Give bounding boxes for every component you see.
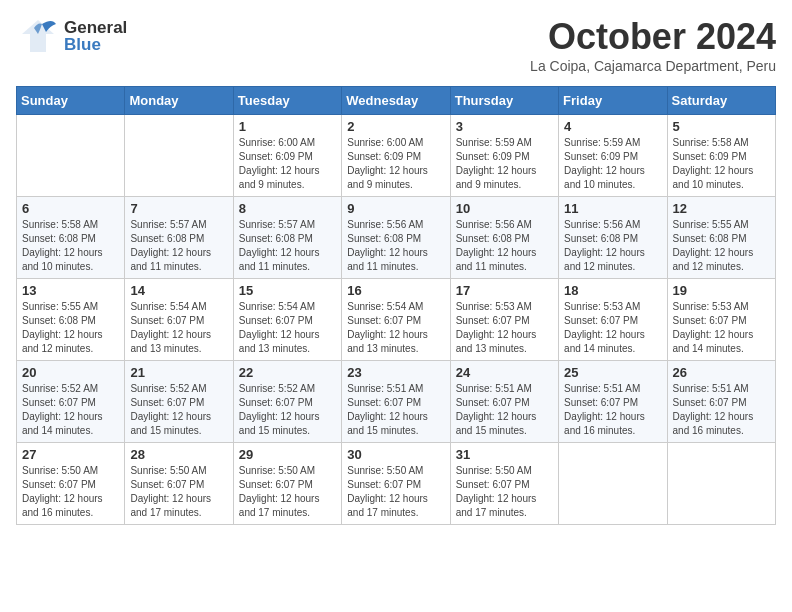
calendar-week-row: 20Sunrise: 5:52 AM Sunset: 6:07 PM Dayli…: [17, 361, 776, 443]
day-number: 27: [22, 447, 119, 462]
day-number: 8: [239, 201, 336, 216]
day-info: Sunrise: 5:58 AM Sunset: 6:09 PM Dayligh…: [673, 136, 770, 192]
table-row: 9Sunrise: 5:56 AM Sunset: 6:08 PM Daylig…: [342, 197, 450, 279]
table-row: 23Sunrise: 5:51 AM Sunset: 6:07 PM Dayli…: [342, 361, 450, 443]
day-number: 17: [456, 283, 553, 298]
calendar-week-row: 27Sunrise: 5:50 AM Sunset: 6:07 PM Dayli…: [17, 443, 776, 525]
day-number: 29: [239, 447, 336, 462]
table-row: 31Sunrise: 5:50 AM Sunset: 6:07 PM Dayli…: [450, 443, 558, 525]
table-row: [559, 443, 667, 525]
page-container: General Blue October 2024 La Coipa, Caja…: [0, 0, 792, 533]
day-number: 16: [347, 283, 444, 298]
day-number: 15: [239, 283, 336, 298]
day-info: Sunrise: 5:53 AM Sunset: 6:07 PM Dayligh…: [673, 300, 770, 356]
day-number: 2: [347, 119, 444, 134]
day-info: Sunrise: 5:54 AM Sunset: 6:07 PM Dayligh…: [347, 300, 444, 356]
logo-general-text: General: [64, 19, 127, 36]
day-number: 19: [673, 283, 770, 298]
day-number: 26: [673, 365, 770, 380]
logo-bird-icon: [16, 16, 60, 56]
calendar-week-row: 6Sunrise: 5:58 AM Sunset: 6:08 PM Daylig…: [17, 197, 776, 279]
table-row: 18Sunrise: 5:53 AM Sunset: 6:07 PM Dayli…: [559, 279, 667, 361]
month-title: October 2024: [530, 16, 776, 58]
col-saturday: Saturday: [667, 87, 775, 115]
day-info: Sunrise: 5:52 AM Sunset: 6:07 PM Dayligh…: [239, 382, 336, 438]
table-row: 26Sunrise: 5:51 AM Sunset: 6:07 PM Dayli…: [667, 361, 775, 443]
day-number: 9: [347, 201, 444, 216]
day-info: Sunrise: 5:58 AM Sunset: 6:08 PM Dayligh…: [22, 218, 119, 274]
day-number: 5: [673, 119, 770, 134]
day-number: 1: [239, 119, 336, 134]
day-info: Sunrise: 5:53 AM Sunset: 6:07 PM Dayligh…: [564, 300, 661, 356]
logo-blue-text: Blue: [64, 36, 127, 53]
day-number: 20: [22, 365, 119, 380]
day-info: Sunrise: 5:59 AM Sunset: 6:09 PM Dayligh…: [456, 136, 553, 192]
table-row: 30Sunrise: 5:50 AM Sunset: 6:07 PM Dayli…: [342, 443, 450, 525]
day-info: Sunrise: 5:56 AM Sunset: 6:08 PM Dayligh…: [564, 218, 661, 274]
table-row: 24Sunrise: 5:51 AM Sunset: 6:07 PM Dayli…: [450, 361, 558, 443]
table-row: 10Sunrise: 5:56 AM Sunset: 6:08 PM Dayli…: [450, 197, 558, 279]
table-row: 29Sunrise: 5:50 AM Sunset: 6:07 PM Dayli…: [233, 443, 341, 525]
day-number: 30: [347, 447, 444, 462]
table-row: [125, 115, 233, 197]
day-number: 25: [564, 365, 661, 380]
calendar-body: 1Sunrise: 6:00 AM Sunset: 6:09 PM Daylig…: [17, 115, 776, 525]
table-row: 25Sunrise: 5:51 AM Sunset: 6:07 PM Dayli…: [559, 361, 667, 443]
col-tuesday: Tuesday: [233, 87, 341, 115]
table-row: 4Sunrise: 5:59 AM Sunset: 6:09 PM Daylig…: [559, 115, 667, 197]
calendar-table: Sunday Monday Tuesday Wednesday Thursday…: [16, 86, 776, 525]
table-row: 12Sunrise: 5:55 AM Sunset: 6:08 PM Dayli…: [667, 197, 775, 279]
day-number: 31: [456, 447, 553, 462]
day-info: Sunrise: 5:51 AM Sunset: 6:07 PM Dayligh…: [564, 382, 661, 438]
day-info: Sunrise: 5:50 AM Sunset: 6:07 PM Dayligh…: [239, 464, 336, 520]
day-info: Sunrise: 5:52 AM Sunset: 6:07 PM Dayligh…: [130, 382, 227, 438]
table-row: 28Sunrise: 5:50 AM Sunset: 6:07 PM Dayli…: [125, 443, 233, 525]
day-info: Sunrise: 5:54 AM Sunset: 6:07 PM Dayligh…: [130, 300, 227, 356]
day-info: Sunrise: 5:51 AM Sunset: 6:07 PM Dayligh…: [673, 382, 770, 438]
day-info: Sunrise: 6:00 AM Sunset: 6:09 PM Dayligh…: [347, 136, 444, 192]
day-number: 7: [130, 201, 227, 216]
table-row: 11Sunrise: 5:56 AM Sunset: 6:08 PM Dayli…: [559, 197, 667, 279]
day-number: 14: [130, 283, 227, 298]
day-info: Sunrise: 5:50 AM Sunset: 6:07 PM Dayligh…: [22, 464, 119, 520]
day-number: 11: [564, 201, 661, 216]
day-info: Sunrise: 5:57 AM Sunset: 6:08 PM Dayligh…: [239, 218, 336, 274]
day-number: 21: [130, 365, 227, 380]
calendar-week-row: 1Sunrise: 6:00 AM Sunset: 6:09 PM Daylig…: [17, 115, 776, 197]
logo-text: General Blue: [64, 19, 127, 53]
day-number: 18: [564, 283, 661, 298]
col-sunday: Sunday: [17, 87, 125, 115]
table-row: 7Sunrise: 5:57 AM Sunset: 6:08 PM Daylig…: [125, 197, 233, 279]
table-row: 19Sunrise: 5:53 AM Sunset: 6:07 PM Dayli…: [667, 279, 775, 361]
day-info: Sunrise: 5:53 AM Sunset: 6:07 PM Dayligh…: [456, 300, 553, 356]
table-row: 1Sunrise: 6:00 AM Sunset: 6:09 PM Daylig…: [233, 115, 341, 197]
day-info: Sunrise: 5:55 AM Sunset: 6:08 PM Dayligh…: [22, 300, 119, 356]
location-subtitle: La Coipa, Cajamarca Department, Peru: [530, 58, 776, 74]
table-row: 16Sunrise: 5:54 AM Sunset: 6:07 PM Dayli…: [342, 279, 450, 361]
title-block: October 2024 La Coipa, Cajamarca Departm…: [530, 16, 776, 74]
table-row: 14Sunrise: 5:54 AM Sunset: 6:07 PM Dayli…: [125, 279, 233, 361]
day-number: 4: [564, 119, 661, 134]
day-number: 10: [456, 201, 553, 216]
col-wednesday: Wednesday: [342, 87, 450, 115]
table-row: 2Sunrise: 6:00 AM Sunset: 6:09 PM Daylig…: [342, 115, 450, 197]
day-info: Sunrise: 5:56 AM Sunset: 6:08 PM Dayligh…: [347, 218, 444, 274]
table-row: 15Sunrise: 5:54 AM Sunset: 6:07 PM Dayli…: [233, 279, 341, 361]
day-info: Sunrise: 6:00 AM Sunset: 6:09 PM Dayligh…: [239, 136, 336, 192]
day-number: 3: [456, 119, 553, 134]
table-row: 27Sunrise: 5:50 AM Sunset: 6:07 PM Dayli…: [17, 443, 125, 525]
calendar-header-row: Sunday Monday Tuesday Wednesday Thursday…: [17, 87, 776, 115]
table-row: 6Sunrise: 5:58 AM Sunset: 6:08 PM Daylig…: [17, 197, 125, 279]
day-info: Sunrise: 5:54 AM Sunset: 6:07 PM Dayligh…: [239, 300, 336, 356]
table-row: 3Sunrise: 5:59 AM Sunset: 6:09 PM Daylig…: [450, 115, 558, 197]
day-info: Sunrise: 5:51 AM Sunset: 6:07 PM Dayligh…: [456, 382, 553, 438]
day-number: 24: [456, 365, 553, 380]
day-info: Sunrise: 5:50 AM Sunset: 6:07 PM Dayligh…: [347, 464, 444, 520]
day-number: 28: [130, 447, 227, 462]
day-info: Sunrise: 5:57 AM Sunset: 6:08 PM Dayligh…: [130, 218, 227, 274]
col-friday: Friday: [559, 87, 667, 115]
calendar-week-row: 13Sunrise: 5:55 AM Sunset: 6:08 PM Dayli…: [17, 279, 776, 361]
table-row: 13Sunrise: 5:55 AM Sunset: 6:08 PM Dayli…: [17, 279, 125, 361]
header: General Blue October 2024 La Coipa, Caja…: [16, 16, 776, 74]
day-number: 23: [347, 365, 444, 380]
